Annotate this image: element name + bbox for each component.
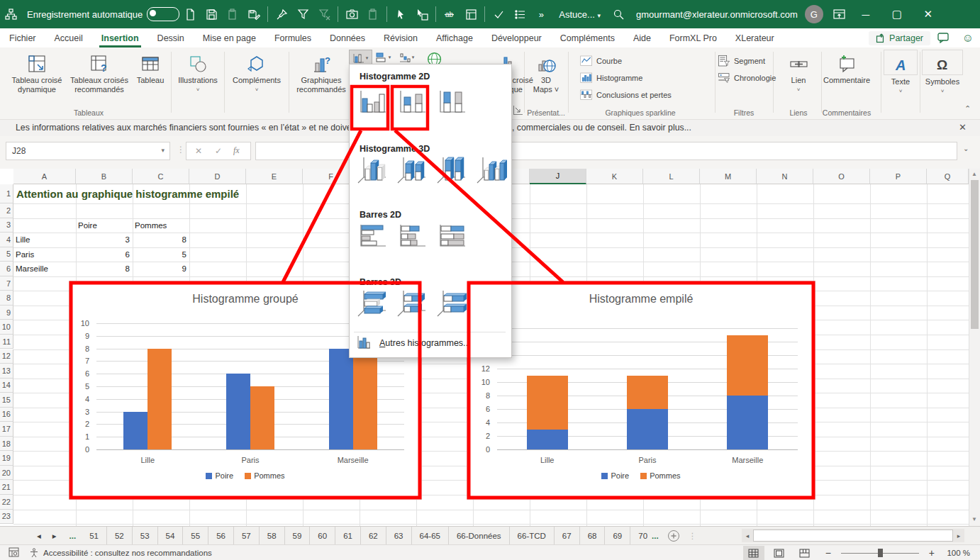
row-header-4[interactable]: 4 <box>0 233 13 247</box>
row-header-11[interactable]: 11 <box>0 335 13 349</box>
y-tick-label: 10 <box>72 319 89 327</box>
camera-button[interactable] <box>341 0 362 28</box>
column-header-Q[interactable]: Q <box>927 169 969 184</box>
astuce-menu[interactable]: Astuce... ▾ <box>559 9 601 20</box>
row-header-5[interactable]: 5 <box>0 247 13 262</box>
clear-filter-button[interactable] <box>313 0 335 28</box>
legend-swatch <box>640 473 647 479</box>
row-header-6[interactable]: 6 <box>0 262 13 276</box>
check-button[interactable] <box>488 0 509 28</box>
search-icon[interactable] <box>608 0 629 28</box>
row-header-2[interactable]: 2 <box>0 203 13 218</box>
row-header-17[interactable]: 17 <box>0 422 13 437</box>
menu-icon-3d-clustered-bar[interactable] <box>356 284 389 323</box>
row-header-13[interactable]: 13 <box>0 364 13 379</box>
minimize-button[interactable]: ─ <box>850 0 881 28</box>
filter-button[interactable] <box>292 0 313 28</box>
pin-button[interactable] <box>271 0 292 28</box>
column-header-M[interactable]: M <box>700 169 757 184</box>
bar-pommes <box>147 349 172 449</box>
y-tick-label: 12 <box>473 364 490 373</box>
account-email[interactable]: gmourmant@xlerateur.onmicrosoft.com <box>636 9 798 20</box>
paste-special-button[interactable] <box>362 0 384 28</box>
menu-icon-clustered-bar[interactable] <box>356 217 389 255</box>
menu-icon-3d-stacked-column[interactable] <box>396 151 428 189</box>
menu-icon-3d-column[interactable] <box>475 151 508 189</box>
column-header-B[interactable]: B <box>76 169 133 184</box>
new-file-button[interactable] <box>179 0 201 28</box>
bar-poire <box>329 349 353 449</box>
row-header-19[interactable]: 19 <box>0 451 13 466</box>
row-header-22[interactable]: 22 <box>0 495 13 510</box>
column-header-L[interactable]: L <box>643 169 700 184</box>
x-category-label: Lille <box>512 456 583 464</box>
y-tick-label: 7 <box>72 357 89 365</box>
row-header-16[interactable]: 16 <box>0 408 13 422</box>
column-header-D[interactable]: D <box>189 169 246 184</box>
y-tick-label: 4 <box>473 418 490 427</box>
select-button[interactable] <box>390 0 411 28</box>
paste-button[interactable] <box>222 0 243 28</box>
row-header-8[interactable]: 8 <box>0 291 13 306</box>
menu-icon-3d-stacked-bar[interactable] <box>396 284 428 323</box>
y-tick-label: 2 <box>473 432 490 440</box>
cell-title: Attention au graphique histogramme empil… <box>16 188 239 200</box>
menu-icon-stacked-100-bar[interactable] <box>435 217 468 255</box>
y-tick-label: 0 <box>72 445 89 454</box>
column-header-E[interactable]: E <box>246 169 303 184</box>
menu-icon-clustered-column[interactable] <box>356 83 389 121</box>
select-objects-button[interactable] <box>411 0 433 28</box>
column-header-C[interactable]: C <box>133 169 189 184</box>
row-header-23[interactable]: 23 <box>0 510 13 525</box>
column-header-K[interactable]: K <box>586 169 643 184</box>
y-gridline <box>497 328 798 329</box>
column-header-N[interactable]: N <box>757 169 813 184</box>
menu-icon-3d-stacked-100-column[interactable] <box>435 151 468 189</box>
row-header-21[interactable]: 21 <box>0 480 13 495</box>
menu-icon-stacked-column[interactable] <box>396 83 428 121</box>
row-header-10[interactable]: 10 <box>0 320 13 335</box>
menu-section-label: Histogramme 2D <box>360 72 430 82</box>
ribbon-display-options-icon[interactable] <box>829 0 850 28</box>
row-header-9[interactable]: 9 <box>0 306 13 320</box>
menu-icon-stacked-100-column[interactable] <box>435 83 468 121</box>
row-header-14[interactable]: 14 <box>0 379 13 393</box>
maximize-button[interactable]: ▢ <box>881 0 913 28</box>
app-logo-icon <box>0 0 21 28</box>
menu-icon-3d-clustered-column[interactable] <box>356 151 389 189</box>
row-header-20[interactable]: 20 <box>0 466 13 481</box>
row-header-7[interactable]: 7 <box>0 276 13 291</box>
menu-item-label: Autres histogrammes... <box>379 338 471 348</box>
legend-label: Pommes <box>254 471 284 480</box>
menu-item-more-histograms[interactable]: Autres histogrammes... <box>357 335 471 351</box>
row-header-1[interactable]: 1 <box>0 184 13 203</box>
close-button[interactable]: ✕ <box>913 0 944 28</box>
y-tick-label: 6 <box>473 405 490 413</box>
save-button[interactable] <box>201 0 222 28</box>
strikethrough-button[interactable]: ab <box>439 0 460 28</box>
y-tick-label: 4 <box>72 395 89 403</box>
cell-value: 9 <box>133 264 186 273</box>
title-bar: Enregistrement automatique ab» Astuce...… <box>0 0 980 28</box>
chart-title: Histogramme empilé <box>467 293 815 306</box>
qat-overflow-icon[interactable]: » <box>530 0 552 28</box>
save-as-button[interactable] <box>243 0 265 28</box>
column-header-O[interactable]: O <box>813 169 870 184</box>
column-header-J[interactable]: J <box>530 169 586 184</box>
avatar[interactable]: G <box>805 5 823 23</box>
autosave-toggle[interactable] <box>147 7 179 21</box>
cell-header-poire: Poire <box>78 221 97 230</box>
y-tick-label: 8 <box>72 345 89 353</box>
menu-icon-stacked-bar[interactable] <box>396 217 428 255</box>
column-header-P[interactable]: P <box>870 169 927 184</box>
y-tick-label: 6 <box>72 369 89 378</box>
row-header-18[interactable]: 18 <box>0 437 13 452</box>
list-button[interactable] <box>509 0 530 28</box>
chart-stacked[interactable]: Histogramme empilé024681012141618LillePa… <box>467 281 815 500</box>
row-header-12[interactable]: 12 <box>0 349 13 364</box>
menu-icon-3d-stacked-100-bar[interactable] <box>435 284 468 323</box>
column-header-A[interactable]: A <box>13 169 76 184</box>
row-header-3[interactable]: 3 <box>0 218 13 233</box>
row-header-15[interactable]: 15 <box>0 393 13 408</box>
form-button[interactable] <box>460 0 481 28</box>
